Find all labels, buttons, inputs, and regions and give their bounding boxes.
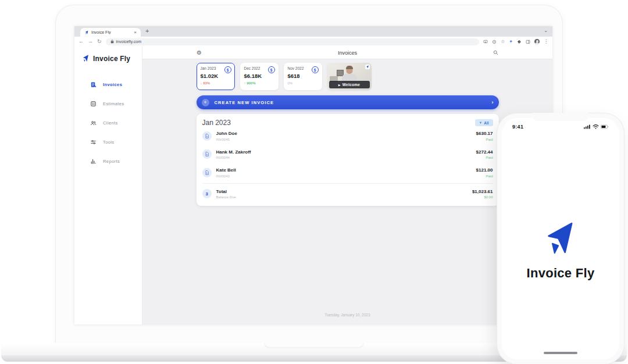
browser-tabstrip: Invoice Fly × + ⌄: [74, 26, 552, 37]
profile-avatar[interactable]: [534, 39, 540, 44]
reload-icon[interactable]: ↻: [97, 39, 102, 44]
stat-amount: $618: [288, 73, 318, 79]
invoice-number: INV0045: [216, 138, 237, 141]
sidebar-item-label: Estimates: [103, 101, 124, 106]
invoicefly-logo-icon: [81, 54, 90, 63]
side-panel-icon[interactable]: [526, 40, 530, 44]
stat-card-nov-2022[interactable]: Nov 2022 $618 0% $: [284, 63, 322, 90]
phone-screen: 9:41 Invoice Fly: [502, 118, 619, 359]
tools-icon: [90, 139, 97, 145]
sidebar-item-tools[interactable]: Tools: [74, 133, 142, 152]
create-new-invoice-button[interactable]: + CREATE NEW INVOICE ›: [197, 95, 499, 109]
invoice-doc-badge: [202, 131, 212, 141]
settings-gear-icon[interactable]: ⚙: [197, 49, 202, 56]
address-bar[interactable]: invoicefly.com: [106, 38, 480, 45]
tab-close-icon[interactable]: ×: [134, 30, 137, 35]
invoice-number: INV0044: [216, 156, 251, 159]
cellular-signal-icon: [584, 124, 591, 129]
sidebar-item-invoices[interactable]: Invoices: [74, 75, 142, 94]
app-header: ⚙ Invoices: [142, 47, 552, 59]
sidebar-item-reports[interactable]: Reports: [74, 152, 142, 171]
total-row: 3 Total Balance Due $1,023.61 $0.00: [202, 185, 493, 204]
share-icon[interactable]: [492, 40, 497, 44]
stat-change: 0%: [288, 81, 318, 85]
invoice-row[interactable]: John Doe INV0045 $630.17 Paid: [202, 127, 493, 145]
sidebar: Invoice Fly Invoices Estimates Clients: [74, 47, 142, 324]
invoice-amount: $272.44: [476, 149, 493, 155]
invoice-status: Paid: [476, 138, 493, 141]
balance-due-amount: $0.00: [472, 195, 493, 199]
page-title: Invoices: [142, 50, 552, 56]
stat-change: ↓ 83%: [201, 81, 231, 85]
install-app-icon[interactable]: [483, 40, 488, 44]
main-area: ⚙ Invoices Jan 2023 $1.02K ↓ 83% $: [142, 47, 552, 324]
sidebar-item-label: Clients: [103, 120, 118, 126]
home-indicator[interactable]: [544, 352, 577, 354]
reports-icon: [90, 158, 97, 165]
invoicefly-app: Invoice Fly Invoices Estimates Clients: [74, 47, 552, 324]
browser-toolbar: ← → ↻ invoicefly.com ☆ ✦ ⋮: [74, 37, 552, 47]
plus-icon: +: [202, 99, 209, 106]
invoice-number: INV0043: [216, 174, 236, 178]
phone-mockup: 9:41 Invoice Fly: [497, 113, 624, 364]
sidebar-item-clients[interactable]: Clients: [74, 113, 142, 133]
invoice-row[interactable]: Kate Bell INV0043 $121.00 Paid: [202, 163, 493, 182]
invoice-list-panel: Jan 2023 All John Doe: [197, 114, 499, 206]
phone-logo-block: Invoice Fly: [502, 220, 619, 281]
play-icon: ▶: [338, 83, 341, 87]
video-logo-chip: [365, 65, 370, 69]
invoice-row[interactable]: Hank M. Zakroff INV0044 $272.44 Paid: [202, 145, 493, 164]
window-chevron-icon[interactable]: ⌄: [544, 28, 548, 33]
invoice-count: 3: [205, 191, 208, 197]
phone-brand-name: Invoice Fly: [502, 266, 619, 281]
invoice-status: Paid: [476, 174, 493, 178]
client-name: Kate Bell: [216, 167, 236, 173]
pinned-extension-icon[interactable]: ✦: [509, 40, 513, 44]
forward-icon[interactable]: →: [88, 39, 93, 44]
sidebar-item-label: Invoices: [103, 82, 122, 87]
toolbar-right-icons: ☆ ✦ ⋮: [483, 39, 548, 44]
invoice-doc-badge: [202, 149, 212, 159]
welcome-video-thumbnail[interactable]: ▶ Welcome: [327, 63, 372, 90]
tab-title: Invoice Fly: [91, 30, 131, 34]
invoicefly-logo-icon: [542, 220, 579, 258]
laptop-lid-notch: [264, 343, 364, 348]
bookmark-star-icon[interactable]: ☆: [501, 40, 505, 44]
sidebar-brand: Invoice Fly: [74, 47, 142, 63]
browser-tab[interactable]: Invoice Fly ×: [80, 28, 141, 37]
invoice-status: Paid: [476, 156, 493, 159]
list-month-title: Jan 2023: [202, 119, 231, 127]
search-icon[interactable]: [493, 50, 498, 55]
document-icon: [205, 134, 209, 138]
footer-date: Tuesday, January 10, 2023: [142, 313, 552, 317]
create-button-label: CREATE NEW INVOICE: [215, 100, 274, 105]
video-label: Welcome: [342, 83, 361, 87]
funnel-icon: [479, 122, 482, 124]
battery-icon: [601, 124, 609, 129]
video-overlay: ▶ Welcome: [329, 81, 370, 88]
document-icon: [205, 152, 209, 156]
brand-name: Invoice Fly: [93, 55, 130, 63]
new-tab-button[interactable]: +: [145, 27, 149, 34]
filter-chip[interactable]: All: [475, 119, 493, 126]
stats-row: Jan 2023 $1.02K ↓ 83% $ Dec 2022 $6.18K …: [197, 63, 499, 90]
back-icon[interactable]: ←: [78, 39, 84, 44]
chevron-right-icon: ›: [492, 99, 494, 105]
stat-card-jan-2023[interactable]: Jan 2023 $1.02K ↓ 83% $: [197, 63, 235, 90]
document-icon: [205, 170, 209, 175]
filter-chip-label: All: [484, 121, 488, 125]
dollar-coin-icon: $: [224, 66, 231, 73]
invoice-doc-badge: [202, 168, 212, 177]
sidebar-item-label: Tools: [103, 140, 115, 145]
browser-menu-icon[interactable]: ⋮: [544, 40, 548, 44]
sidebar-item-estimates[interactable]: Estimates: [74, 94, 142, 113]
invoicefly-logo-icon: [366, 65, 369, 69]
client-name: Hank M. Zakroff: [216, 149, 251, 155]
lock-icon: [110, 40, 114, 44]
stat-card-dec-2022[interactable]: Dec 2022 $6.18K ↑ 900% $: [240, 63, 279, 90]
total-label: Total: [216, 189, 236, 194]
extensions-puzzle-icon[interactable]: [517, 40, 522, 44]
invoice-count-badge: 3: [202, 189, 212, 198]
stat-change: ↑ 900%: [244, 81, 274, 85]
phone-time: 9:41: [512, 124, 523, 130]
